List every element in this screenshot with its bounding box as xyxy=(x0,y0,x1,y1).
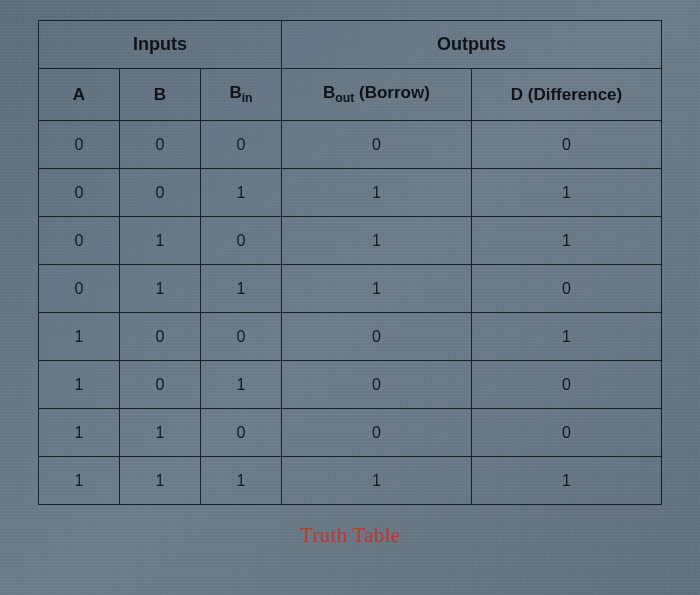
cell-Bout: 1 xyxy=(281,265,471,313)
cell-B: 1 xyxy=(119,217,200,265)
col-B: B xyxy=(119,69,200,121)
table-row: 1 0 1 0 0 xyxy=(39,361,662,409)
cell-Bin: 1 xyxy=(200,457,281,505)
cell-Bin: 1 xyxy=(200,169,281,217)
cell-D: 1 xyxy=(471,457,661,505)
cell-A: 1 xyxy=(39,313,120,361)
table-row: 0 1 1 1 0 xyxy=(39,265,662,313)
table-row: 1 1 0 0 0 xyxy=(39,409,662,457)
cell-B: 0 xyxy=(119,121,200,169)
cell-D: 0 xyxy=(471,409,661,457)
col-Bout: Bout (Borrow) xyxy=(281,69,471,121)
cell-A: 1 xyxy=(39,361,120,409)
bout-prefix: B xyxy=(323,83,335,102)
truth-table: Inputs Outputs A B Bin Bout (Borrow) D (… xyxy=(38,20,662,505)
cell-Bout: 1 xyxy=(281,457,471,505)
col-A: A xyxy=(39,69,120,121)
cell-A: 1 xyxy=(39,457,120,505)
cell-Bout: 0 xyxy=(281,313,471,361)
cell-A: 0 xyxy=(39,121,120,169)
table-row: 1 1 1 1 1 xyxy=(39,457,662,505)
cell-Bin: 1 xyxy=(200,361,281,409)
table-body: 0 0 0 0 0 0 0 1 1 1 0 1 0 1 1 0 1 1 1 0 xyxy=(39,121,662,505)
bin-prefix: B xyxy=(229,83,241,102)
cell-Bin: 1 xyxy=(200,265,281,313)
table-row: 0 0 1 1 1 xyxy=(39,169,662,217)
cell-A: 1 xyxy=(39,409,120,457)
cell-Bin: 0 xyxy=(200,409,281,457)
cell-A: 0 xyxy=(39,217,120,265)
cell-D: 0 xyxy=(471,121,661,169)
cell-Bin: 0 xyxy=(200,217,281,265)
col-Bin: Bin xyxy=(200,69,281,121)
cell-A: 0 xyxy=(39,265,120,313)
bin-subscript: in xyxy=(242,92,253,106)
outputs-group-header: Outputs xyxy=(281,21,661,69)
cell-Bin: 0 xyxy=(200,121,281,169)
table-row: 0 0 0 0 0 xyxy=(39,121,662,169)
cell-B: 0 xyxy=(119,361,200,409)
cell-Bin: 0 xyxy=(200,313,281,361)
cell-D: 0 xyxy=(471,361,661,409)
cell-A: 0 xyxy=(39,169,120,217)
header-group-row: Inputs Outputs xyxy=(39,21,662,69)
bout-suffix: (Borrow) xyxy=(354,83,430,102)
cell-Bout: 1 xyxy=(281,169,471,217)
inputs-group-header: Inputs xyxy=(39,21,282,69)
cell-Bout: 0 xyxy=(281,361,471,409)
cell-B: 0 xyxy=(119,313,200,361)
cell-Bout: 0 xyxy=(281,409,471,457)
cell-D: 1 xyxy=(471,313,661,361)
cell-D: 1 xyxy=(471,169,661,217)
cell-B: 1 xyxy=(119,457,200,505)
cell-B: 1 xyxy=(119,409,200,457)
cell-D: 0 xyxy=(471,265,661,313)
table-row: 0 1 0 1 1 xyxy=(39,217,662,265)
cell-B: 1 xyxy=(119,265,200,313)
bout-subscript: out xyxy=(335,92,354,106)
table-caption: Truth Table xyxy=(38,523,662,548)
table-row: 1 0 0 0 1 xyxy=(39,313,662,361)
cell-Bout: 0 xyxy=(281,121,471,169)
cell-B: 0 xyxy=(119,169,200,217)
col-D: D (Difference) xyxy=(471,69,661,121)
cell-Bout: 1 xyxy=(281,217,471,265)
column-header-row: A B Bin Bout (Borrow) D (Difference) xyxy=(39,69,662,121)
cell-D: 1 xyxy=(471,217,661,265)
